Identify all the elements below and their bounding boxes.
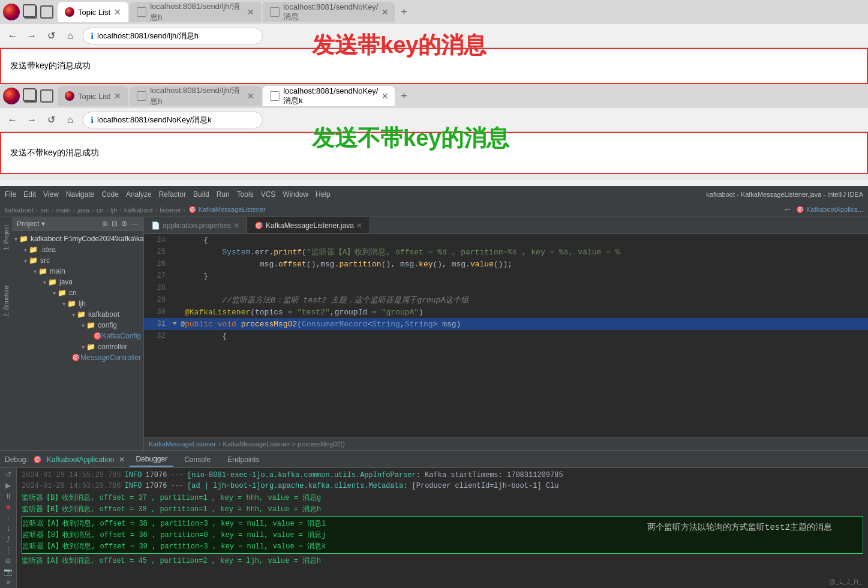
tab-application-properties[interactable]: 📄 application.properties ✕	[144, 217, 247, 233]
debug-header: Debug: 🎯 KafkabootApplication ✕ Debugger…	[0, 451, 868, 468]
back-btn-2[interactable]: ←	[6, 115, 19, 125]
menu-view[interactable]: View	[43, 190, 59, 199]
debug-tab-endpoints[interactable]: Endpoints	[221, 453, 265, 466]
home-btn-2[interactable]: ⌂	[64, 115, 77, 125]
tree-main[interactable]: ▾ 📁 main	[12, 266, 143, 277]
home-btn-1[interactable]: ⌂	[64, 31, 77, 41]
tree-src[interactable]: ▾ 📁 src	[12, 255, 143, 266]
address-input-2[interactable]: ℹ localhost:8081/sendNoKey/消息k	[83, 112, 263, 128]
debug-btn-resume[interactable]: ▶	[2, 481, 14, 490]
address-input-1[interactable]: ℹ localhost:8081/send/ljh/消息h	[83, 28, 263, 44]
project-panel: Project ▾ ⊕ ⊟ ⚙ — ▾ 📁 kafkaboot F:\myCod…	[12, 217, 144, 450]
debug-btn-step-over[interactable]: ↓	[2, 514, 14, 522]
debug-btn-close[interactable]: ✕	[2, 578, 14, 587]
tree-ljh[interactable]: ▾ 📁 ljh	[12, 298, 143, 309]
screenshot-icon-2[interactable]	[40, 89, 53, 103]
proj-icon-settings[interactable]: ⊕	[102, 220, 108, 228]
menu-edit[interactable]: Edit	[23, 190, 36, 199]
debug-btn-restart[interactable]: ↺	[2, 470, 14, 479]
tab-plus-2[interactable]: +	[396, 90, 412, 103]
tab-1-send-close[interactable]: ✕	[247, 7, 254, 17]
menu-analyze[interactable]: Analyze	[126, 190, 152, 199]
ide-body: 1: Project 2: Structure Project ▾ ⊕ ⊟ ⚙ …	[0, 217, 868, 450]
debug-btn-more[interactable]: ⋮	[2, 546, 14, 554]
bc-ljh: ljh	[110, 206, 117, 214]
tab-2-send[interactable]: localhost:8081/send/ljh/消息h ✕	[130, 86, 262, 106]
debug-log-content[interactable]: 2024-01-29 14:55:29.785 INFO 17076 --- […	[17, 468, 868, 588]
bc-right-arrow[interactable]: ↩	[785, 206, 790, 214]
tree-kafkaboot[interactable]: ▾ 📁 kafkaboot	[12, 309, 143, 320]
tab-app-prop-close[interactable]: ✕	[233, 221, 239, 230]
tree-java[interactable]: ▾ 📁 java	[12, 277, 143, 287]
csdn-watermark: @_L_J_H_	[829, 578, 862, 585]
copy-icon-2[interactable]	[24, 89, 37, 103]
menu-build[interactable]: Build	[193, 190, 209, 199]
debug-btn-stop[interactable]: ■	[2, 503, 14, 511]
tab-plus-1[interactable]: +	[396, 6, 412, 19]
debug-btn-pause[interactable]: ⏸	[2, 492, 14, 500]
tree-idea[interactable]: ▾ 📁 .idea	[12, 244, 143, 255]
left-tab-project[interactable]: 1: Project	[1, 220, 11, 255]
debug-btn-settings[interactable]: ⚙	[2, 557, 14, 565]
tab-1-nokey-close[interactable]: ✕	[382, 7, 389, 17]
menu-window[interactable]: Window	[283, 190, 308, 199]
menu-navigate[interactable]: Navigate	[66, 190, 94, 199]
tab-kafka-close[interactable]: ✕	[356, 221, 362, 230]
label-with-key: 发送带key的消息	[312, 30, 486, 61]
debug-app-name[interactable]: KafkabootApplication	[47, 455, 115, 464]
tab-2-nokey[interactable]: localhost:8081/sendNoKey/消息k ✕	[263, 86, 395, 106]
ide-section: File Edit View Navigate Code Analyze Ref…	[0, 186, 868, 588]
tree-cn[interactable]: ▾ 📁 cn	[12, 287, 143, 298]
proj-icon-expand[interactable]: ⊟	[112, 220, 118, 228]
debug-tab-console[interactable]: Console	[178, 453, 217, 466]
forward-btn-2[interactable]: →	[25, 115, 38, 125]
log-line-4: 监听器【B】收到消息, offset = 38 , partition=1 , …	[22, 503, 863, 515]
tab-2-topic-close[interactable]: ✕	[114, 91, 121, 101]
tab-bar-1: Topic List ✕ localhost:8081/send/ljh/消息h…	[0, 0, 868, 24]
tab-2-nokey-close[interactable]: ✕	[382, 91, 389, 101]
bc-listener-class: 🎯 KafkaMessageListener	[188, 206, 266, 214]
debug-app-icon: 🎯	[33, 455, 42, 464]
reload-btn-2[interactable]: ↺	[44, 114, 58, 125]
tab-2-send-close[interactable]: ✕	[247, 91, 254, 101]
proj-icon-gear[interactable]: ⚙	[121, 220, 128, 228]
tree-folder-config: 📁	[86, 321, 95, 329]
tree-controller[interactable]: ▾ 📁 controller	[12, 341, 143, 352]
tree-msgcontroller[interactable]: 🎯 MessageController	[12, 352, 143, 363]
code-line-28: 28	[144, 282, 868, 294]
menu-help[interactable]: Help	[316, 190, 331, 199]
tab-1-close[interactable]: ✕	[114, 7, 121, 17]
debug-tab-debugger[interactable]: Debugger	[130, 452, 173, 467]
tab-2-topic-list[interactable]: Topic List ✕	[58, 86, 128, 106]
debug-btn-camera[interactable]: 📷	[2, 568, 14, 576]
tab-2-topic-label: Topic List	[78, 92, 110, 101]
debug-app-close[interactable]: ✕	[119, 455, 125, 464]
reload-btn-1[interactable]: ↺	[44, 30, 58, 41]
log-line-7: 监听器【A】收到消息, offset = 39 , partition=3 , …	[22, 541, 863, 552]
menu-vcs[interactable]: VCS	[261, 190, 276, 199]
menu-code[interactable]: Code	[101, 190, 119, 199]
tree-kafkaboot-root[interactable]: ▾ 📁 kafkaboot F:\myCode2024\kafka\kafkab…	[12, 233, 143, 244]
browser-icon-1	[3, 4, 20, 20]
proj-icon-close[interactable]: —	[131, 220, 139, 228]
tree-config[interactable]: ▾ 📁 config	[12, 320, 143, 331]
tab-1-topic-list[interactable]: Topic List ✕	[58, 2, 128, 22]
back-btn-1[interactable]: ←	[6, 31, 19, 41]
menu-tools[interactable]: Tools	[237, 190, 254, 199]
copy-icon-1[interactable]	[24, 5, 37, 19]
tab-1-nokey[interactable]: localhost:8081/sendNoKey/消息 ✕	[263, 2, 395, 22]
tree-folder-cn: 📁	[58, 289, 67, 297]
menu-refactor[interactable]: Refactor	[159, 190, 186, 199]
tab-kafka-listener[interactable]: 🎯 KafkaMessageListener.java ✕	[247, 217, 370, 233]
debug-btn-step-into[interactable]: ⤵	[2, 524, 14, 533]
menu-file[interactable]: File	[5, 190, 16, 199]
forward-btn-1[interactable]: →	[25, 31, 38, 41]
menu-run[interactable]: Run	[217, 190, 230, 199]
left-tab-structure[interactable]: 2: Structure	[1, 281, 11, 322]
tree-kafkaconfig[interactable]: 🎯 KafkaConfig	[12, 331, 143, 341]
tree-folder-src: 📁	[29, 256, 38, 265]
debug-btn-step-out[interactable]: ⤴	[2, 535, 14, 544]
code-area[interactable]: 24 { 25 System.err.printf("监听器【A】收到消息, o…	[144, 234, 868, 437]
tab-1-send[interactable]: localhost:8081/send/ljh/消息h ✕	[130, 2, 262, 22]
screenshot-icon-1[interactable]	[40, 5, 53, 19]
